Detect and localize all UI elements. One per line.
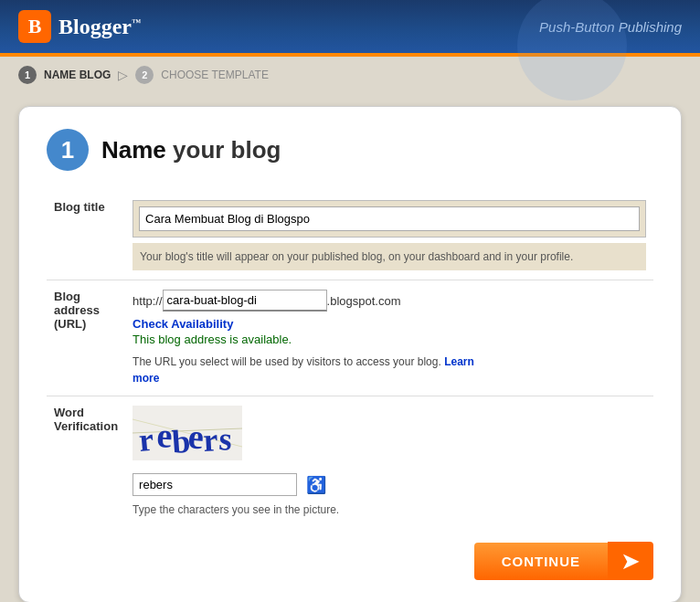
continue-arrow-icon: ➤: [608, 542, 653, 580]
header: B Blogger™ Push-Button Publishing: [0, 0, 700, 53]
blog-title-row: Blog title Your blog's title will appear…: [47, 191, 653, 280]
form-table: Blog title Your blog's title will appear…: [47, 191, 653, 525]
step-header: 1 Name your blog: [47, 129, 653, 171]
trademark: ™: [132, 17, 141, 27]
blog-title-hint: Your blog's title will appear on your pu…: [133, 243, 646, 270]
svg-text:s: s: [218, 420, 234, 458]
captcha-svg: r e b e r s: [133, 406, 242, 460]
title-input-wrapper: [133, 200, 646, 238]
step2-badge: 2: [135, 66, 154, 84]
continue-wrapper: CONTINUE ➤: [47, 542, 653, 580]
captcha-image: r e b e r s: [133, 406, 646, 464]
url-suffix: .blogspot.com: [327, 294, 401, 308]
blog-title-input[interactable]: [139, 206, 640, 231]
captcha-input-row: ♿: [133, 473, 646, 496]
breadcrumb-arrow: ▷: [118, 68, 128, 82]
blog-address-field: http:// .blogspot.com Check Availability…: [125, 280, 653, 396]
step-title: Name your blog: [101, 136, 281, 164]
check-availability-link[interactable]: Check Availability: [133, 317, 646, 331]
blog-address-label: Blog address (URL): [47, 280, 125, 396]
word-verification-field: r e b e r s ♿ Type the characters you se…: [125, 396, 653, 526]
svg-text:r: r: [202, 421, 218, 459]
captcha-hint: Type the characters you see in the pictu…: [133, 503, 646, 516]
step-circle: 1: [47, 129, 89, 171]
url-row: http:// .blogspot.com: [133, 290, 646, 312]
accessibility-icon[interactable]: ♿: [306, 475, 326, 495]
word-verification-row: Word Verification r e b: [47, 396, 653, 526]
word-verification-label: Word Verification: [47, 396, 125, 526]
step1-label: NAME BLOG: [44, 69, 111, 81]
step1-badge: 1: [18, 66, 37, 84]
url-prefix: http://: [133, 294, 163, 308]
blogger-b-icon: B: [18, 10, 51, 43]
url-hint: The URL you select will be used by visit…: [133, 354, 646, 386]
main-content: 1 Name your blog Blog title Your blog's …: [0, 93, 700, 602]
captcha-input[interactable]: [133, 473, 297, 496]
availability-message: This blog address is available.: [133, 333, 646, 346]
blog-title-label: Blog title: [47, 191, 125, 280]
step2-label: CHOOSE TEMPLATE: [161, 69, 269, 81]
continue-button[interactable]: CONTINUE: [474, 543, 608, 580]
blog-address-row: Blog address (URL) http:// .blogspot.com…: [47, 280, 653, 396]
blog-title-field: Your blog's title will appear on your pu…: [125, 191, 653, 280]
url-input[interactable]: [163, 290, 327, 312]
form-card: 1 Name your blog Blog title Your blog's …: [18, 106, 682, 602]
logo-area: B Blogger™: [18, 10, 141, 43]
brand-name: Blogger™: [58, 15, 141, 39]
